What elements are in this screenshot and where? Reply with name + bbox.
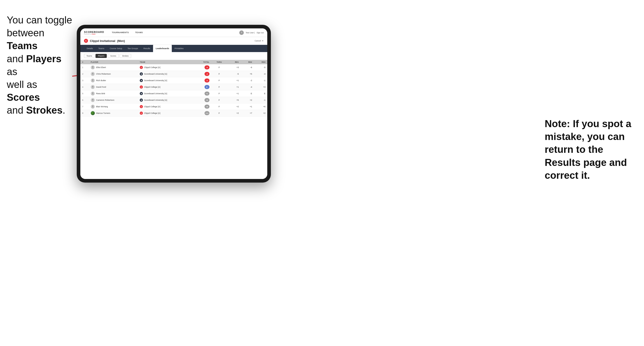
nav-right: T Test User | Sign out	[239, 30, 264, 35]
total-cell: +11	[194, 110, 211, 117]
thru-cell: F	[211, 71, 227, 77]
team-icon: C	[140, 112, 143, 115]
player-cell: 🌿 Marcus Turners	[89, 110, 138, 117]
rd3-cell: -5	[254, 64, 267, 71]
leaderboard-table: # PLAYER TEAM TOTAL THRU RD1 RD2 RD3 1 E…	[80, 60, 267, 179]
sub-navigation: Details Teams Course Setup Tee Groups Re…	[80, 45, 267, 52]
tournament-title: C Clippd Invitational (Men)	[84, 39, 125, 43]
rank-cell: 6	[80, 97, 89, 103]
svg-point-7	[92, 86, 94, 87]
col-rd3: RD3	[254, 60, 267, 64]
rd1-cell: +1	[227, 90, 241, 97]
table-row: 8 🌿 Marcus Turners C Clippd College [A] …	[80, 110, 267, 117]
rank-cell: 2	[80, 71, 89, 77]
app-logo: SCOREBOARD Powered by clippd	[84, 31, 104, 35]
player-avatar	[91, 105, 95, 109]
player-avatar	[91, 72, 95, 76]
svg-point-14	[92, 107, 94, 108]
svg-point-11	[92, 99, 94, 100]
player-cell: Blair McHarg	[89, 103, 138, 110]
svg-point-12	[92, 100, 94, 101]
left-annotation: You can toggle between Teams and Players…	[7, 13, 72, 117]
logo-text: SCOREBOARD	[84, 31, 104, 33]
tab-teams[interactable]: Teams	[96, 45, 107, 52]
thru-cell: F	[211, 103, 227, 110]
player-cell: Cameron Robertson	[89, 97, 138, 103]
table-row: 5 Rees Britt ▦ Scoreboard University [A]…	[80, 90, 267, 97]
tournament-subtitle: (Men)	[117, 39, 125, 43]
col-total: TOTAL	[194, 60, 211, 64]
player-cell: Rees Britt	[89, 90, 138, 97]
total-cell: -8	[194, 64, 211, 71]
col-team: TEAM	[138, 60, 194, 64]
total-cell: -2	[194, 77, 211, 84]
svg-point-1	[92, 66, 94, 68]
player-cell: Elliot Ebert	[89, 64, 138, 71]
nav-tournaments[interactable]: TOURNAMENTS	[108, 28, 132, 37]
player-cell: Chris Robertson	[89, 71, 138, 77]
user-label: Test User |	[246, 31, 254, 34]
team-icon: C	[140, 105, 143, 108]
rd2-cell: +2	[241, 97, 254, 103]
rd2-cell: -6	[241, 64, 254, 71]
tablet-screen: SCOREBOARD Powered by clippd TOURNAMENTS…	[80, 28, 267, 179]
thru-cell: F	[211, 97, 227, 103]
total-cell: E	[194, 84, 211, 90]
tab-leaderboards[interactable]: Leaderboards	[153, 45, 172, 52]
thru-cell: F	[211, 110, 227, 117]
thru-cell: F	[211, 90, 227, 97]
tournament-name: Clippd Invitational	[90, 39, 115, 43]
rd2-cell: E	[241, 90, 254, 97]
toggle-players-button[interactable]: Players	[96, 54, 107, 58]
nav-teams[interactable]: TEAMS	[132, 28, 146, 37]
rd3-cell: -1	[254, 97, 267, 103]
team-cell: C Clippd College [A]	[138, 64, 194, 71]
team-cell: ▦ Scoreboard University [A]	[138, 90, 194, 97]
sign-out-link[interactable]: Sign out	[257, 31, 264, 34]
rd1-cell: +3	[227, 64, 241, 71]
rd1-cell: -5	[227, 71, 241, 77]
rd1-cell: +5	[227, 97, 241, 103]
thru-cell: F	[211, 64, 227, 71]
rd2-cell: -4	[241, 84, 254, 90]
team-cell: C Clippd College [A]	[138, 84, 194, 90]
toggle-strokes-button[interactable]: Strokes	[120, 54, 131, 58]
player-cell: Rich Butler	[89, 77, 138, 84]
thru-cell: F	[211, 77, 227, 84]
svg-point-9	[92, 92, 94, 94]
cancel-button[interactable]: Cancel ✕	[254, 40, 264, 42]
tab-tee-groups[interactable]: Tee Groups	[125, 45, 141, 52]
right-annotation: Note: If you spot a mistake, you can ret…	[545, 117, 640, 182]
tablet-device: SCOREBOARD Powered by clippd TOURNAMENTS…	[77, 25, 271, 182]
tournament-icon: C	[84, 39, 88, 43]
rd3-cell: +2	[254, 110, 267, 117]
rd2-cell: +7	[241, 110, 254, 117]
player-avatar	[91, 78, 95, 82]
toggle-teams-button[interactable]: Teams	[84, 54, 94, 58]
tab-details[interactable]: Details	[84, 45, 96, 52]
team-cell: C Clippd College [A]	[138, 103, 194, 110]
col-rd2: RD2	[241, 60, 254, 64]
svg-point-2	[92, 68, 94, 69]
svg-point-8	[92, 87, 94, 88]
player-avatar	[91, 85, 95, 89]
tab-printables[interactable]: Printables	[172, 45, 186, 52]
nav-links: TOURNAMENTS TEAMS	[108, 28, 239, 37]
tournament-header: C Clippd Invitational (Men) Cancel ✕	[80, 37, 267, 45]
rd3-cell: +3	[254, 84, 267, 90]
team-cell: ▦ Scoreboard University [A]	[138, 71, 194, 77]
rd2-cell: +5	[241, 71, 254, 77]
toggle-scores-button[interactable]: Scores	[108, 54, 118, 58]
tab-course-setup[interactable]: Course Setup	[107, 45, 125, 52]
svg-point-13	[92, 106, 94, 107]
tab-results[interactable]: Results	[141, 45, 153, 52]
svg-point-4	[92, 74, 94, 75]
rank-cell: 1	[80, 64, 89, 71]
col-thru: THRU	[211, 60, 227, 64]
table-row: 6 Cameron Robertson ▦ Scoreboard Univers…	[80, 97, 267, 103]
team-cell: C Clippd College [A]	[138, 110, 194, 117]
rd3-cell: +6	[254, 103, 267, 110]
svg-point-5	[92, 79, 94, 81]
close-icon: ✕	[262, 40, 264, 42]
svg-point-6	[92, 81, 94, 82]
